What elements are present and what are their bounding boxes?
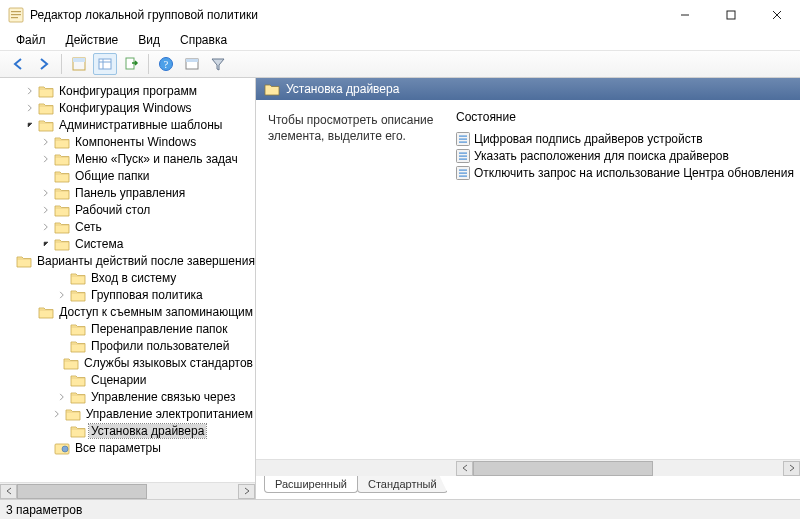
filter-button[interactable] [206, 53, 230, 75]
maximize-button[interactable] [708, 0, 754, 30]
setting-label: Указать расположения для поиска драйверо… [474, 149, 729, 163]
tree-item[interactable]: Панель управления [0, 184, 255, 201]
tree-expander-none [54, 372, 70, 388]
tree-item-label: Все параметры [73, 441, 163, 455]
folder-icon [16, 254, 32, 268]
tree-item[interactable]: Система [0, 235, 255, 252]
close-button[interactable] [754, 0, 800, 30]
tree-item[interactable]: Общие папки [0, 167, 255, 184]
tree-item[interactable]: Конфигурация программ [0, 82, 255, 99]
tree-expander[interactable] [38, 134, 54, 150]
tree-item[interactable]: Перенаправление папок [0, 320, 255, 337]
folder-icon [70, 288, 86, 302]
tree-item[interactable]: Компоненты Windows [0, 133, 255, 150]
description-column: Чтобы просмотреть описание элемента, выд… [256, 108, 456, 459]
tree-item-label: Конфигурация программ [57, 84, 199, 98]
tree-expander[interactable] [22, 117, 38, 133]
tree-item-label: Профили пользователей [89, 339, 231, 353]
export-button[interactable] [119, 53, 143, 75]
tab-extended[interactable]: Расширенный [264, 476, 358, 493]
tree-expander-none [54, 338, 70, 354]
tree-item-label: Установка драйвера [89, 424, 206, 438]
tree-expander[interactable] [38, 202, 54, 218]
back-button[interactable] [6, 53, 30, 75]
tree-expander[interactable] [38, 236, 54, 252]
scope-button[interactable] [67, 53, 91, 75]
tree-item[interactable]: Административные шаблоны [0, 116, 255, 133]
folder-icon [70, 271, 86, 285]
tree-item-label: Система [73, 237, 125, 251]
titlebar: Редактор локальной групповой политики [0, 0, 800, 30]
folder-icon [70, 339, 86, 353]
tree-item[interactable]: Все параметры [0, 439, 255, 456]
setting-icon [456, 149, 470, 163]
tree-expander-none [38, 440, 54, 456]
tree-item[interactable]: Сценарии [0, 371, 255, 388]
app-icon [8, 7, 24, 23]
tree-item[interactable]: Меню «Пуск» и панель задач [0, 150, 255, 167]
folder-icon [38, 305, 54, 319]
tree-expander[interactable] [22, 100, 38, 116]
folder-icon [54, 237, 70, 251]
tree-expander-none [0, 253, 16, 269]
tree-item[interactable]: Службы языковых стандартов [0, 354, 255, 371]
minimize-button[interactable] [662, 0, 708, 30]
tree-item[interactable]: Вход в систему [0, 269, 255, 286]
tree-expander[interactable] [38, 151, 54, 167]
details-button[interactable] [93, 53, 117, 75]
menu-file[interactable]: Файл [8, 32, 54, 48]
tree-item[interactable]: Конфигурация Windows [0, 99, 255, 116]
tree-item[interactable]: Профили пользователей [0, 337, 255, 354]
tree-expander[interactable] [38, 185, 54, 201]
content-header: Установка драйвера [256, 78, 800, 100]
content-header-title: Установка драйвера [286, 82, 399, 96]
menu-action[interactable]: Действие [58, 32, 127, 48]
menu-help[interactable]: Справка [172, 32, 235, 48]
folder-icon [70, 322, 86, 336]
column-header-state[interactable]: Состояние [456, 108, 800, 130]
tab-standard[interactable]: Стандартный [357, 476, 448, 493]
tree-item[interactable]: Установка драйвера [0, 422, 255, 439]
tree-expander-none [54, 423, 70, 439]
tree-pane: Конфигурация программКонфигурация Window… [0, 78, 256, 499]
setting-item[interactable]: Отключить запрос на использование Центра… [456, 164, 800, 181]
tree-item-label: Компоненты Windows [73, 135, 198, 149]
tree[interactable]: Конфигурация программКонфигурация Window… [0, 78, 255, 482]
setting-label: Цифровая подпись драйверов устройств [474, 132, 703, 146]
tree-item[interactable]: Управление электропитанием [0, 405, 255, 422]
tree-expander[interactable] [38, 219, 54, 235]
help-button[interactable]: ? [154, 53, 178, 75]
list-hscroll[interactable] [256, 459, 800, 476]
tree-item[interactable]: Доступ к съемным запоминающим [0, 303, 255, 320]
tab-extended-label: Расширенный [275, 478, 347, 490]
status-text: 3 параметров [6, 503, 82, 517]
tree-expander[interactable] [49, 406, 65, 422]
tree-item-label: Управление связью через [89, 390, 237, 404]
tree-expander[interactable] [22, 83, 38, 99]
menu-view[interactable]: Вид [130, 32, 168, 48]
toolbar: ? [0, 50, 800, 78]
svg-text:?: ? [164, 59, 169, 70]
forward-button[interactable] [32, 53, 56, 75]
tree-expander-none [38, 168, 54, 184]
folder-icon [54, 186, 70, 200]
tree-item[interactable]: Управление связью через [0, 388, 255, 405]
properties-button[interactable] [180, 53, 204, 75]
tree-expander[interactable] [54, 389, 70, 405]
tree-expander[interactable] [54, 287, 70, 303]
folder-icon [54, 135, 70, 149]
setting-icon [456, 132, 470, 146]
settings-list: Цифровая подпись драйверов устройствУказ… [456, 130, 800, 181]
tree-hscroll[interactable] [0, 482, 255, 499]
folder-icon [264, 82, 280, 96]
tree-item[interactable]: Варианты действий после завершения [0, 252, 255, 269]
tree-item[interactable]: Групповая политика [0, 286, 255, 303]
setting-item[interactable]: Указать расположения для поиска драйверо… [456, 147, 800, 164]
tree-item[interactable]: Сеть [0, 218, 255, 235]
folder-icon [70, 424, 86, 438]
tree-item-label: Службы языковых стандартов [82, 356, 255, 370]
tree-expander-none [54, 270, 70, 286]
setting-item[interactable]: Цифровая подпись драйверов устройств [456, 130, 800, 147]
tree-item[interactable]: Рабочий стол [0, 201, 255, 218]
tree-item-label: Доступ к съемным запоминающим [57, 305, 255, 319]
